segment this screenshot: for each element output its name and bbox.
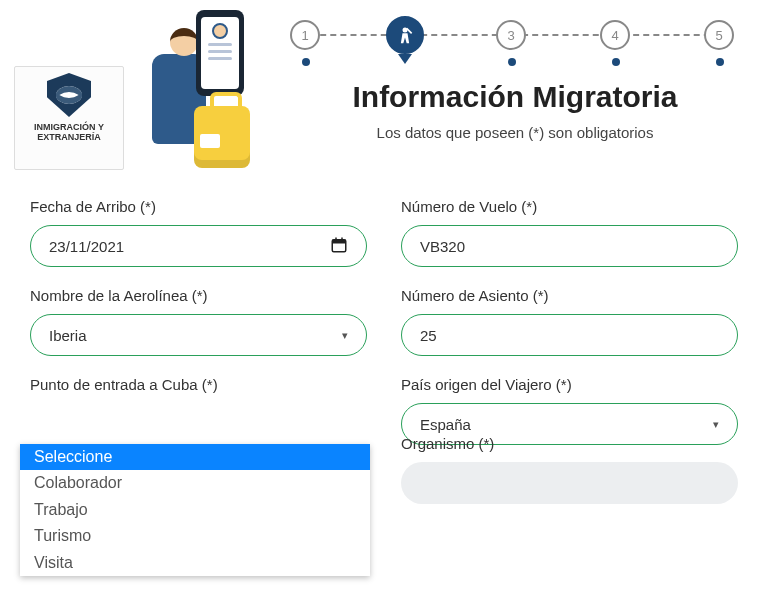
step-2-active[interactable] (386, 16, 424, 54)
badge-line1: INMIGRACIÓN Y (34, 122, 104, 132)
step-1[interactable]: 1 (290, 20, 320, 50)
entry-point-dropdown-open[interactable]: Seleccione Colaborador Trabajo Turismo V… (20, 444, 370, 576)
flight-number-value: VB320 (420, 238, 465, 255)
organism-input-disabled (401, 462, 738, 504)
page-title: Información Migratoria (290, 80, 740, 114)
shield-icon (47, 73, 91, 117)
agency-badge-text: INMIGRACIÓN Y EXTRANJERÍA (34, 123, 104, 143)
seat-number-value: 25 (420, 327, 437, 344)
flight-number-label: Número de Vuelo (*) (401, 198, 738, 215)
dropdown-option-trabajo[interactable]: Trabajo (20, 497, 370, 523)
arrival-date-input[interactable]: 23/11/2021 (30, 225, 367, 267)
step-indicator: 1 3 4 5 (290, 16, 740, 66)
step-3[interactable]: 3 (496, 20, 526, 50)
origin-country-label: País origen del Viajero (*) (401, 376, 738, 393)
step-4[interactable]: 4 (600, 20, 630, 50)
airline-value: Iberia (49, 327, 87, 344)
organism-label: Organismo (*) (401, 435, 738, 452)
airline-label: Nombre de la Aerolínea (*) (30, 287, 367, 304)
traveler-icon (395, 25, 415, 45)
calendar-icon[interactable] (330, 236, 348, 257)
arrival-date-value: 23/11/2021 (49, 238, 124, 255)
page-subtitle: Los datos que poseen (*) son obligatorio… (290, 124, 740, 141)
dropdown-option-turismo[interactable]: Turismo (20, 523, 370, 549)
arrival-date-label: Fecha de Arribo (*) (30, 198, 367, 215)
chevron-down-icon: ▾ (342, 329, 348, 342)
origin-country-value: España (420, 416, 471, 433)
svg-rect-2 (332, 239, 346, 243)
suitcase-icon (194, 106, 250, 168)
phone-icon (196, 10, 244, 96)
airline-select[interactable]: Iberia ▾ (30, 314, 367, 356)
header-area: INMIGRACIÓN Y EXTRANJERÍA 1 (0, 0, 768, 180)
dropdown-option-seleccione[interactable]: Seleccione (20, 444, 370, 470)
entry-point-label: Punto de entrada a Cuba (*) (30, 376, 367, 393)
chevron-down-icon: ▾ (713, 418, 719, 431)
badge-line2: EXTRANJERÍA (37, 132, 101, 142)
step-5[interactable]: 5 (704, 20, 734, 50)
illustration: INMIGRACIÓN Y EXTRANJERÍA (14, 0, 254, 170)
flight-number-input[interactable]: VB320 (401, 225, 738, 267)
seat-number-input[interactable]: 25 (401, 314, 738, 356)
dropdown-option-colaborador[interactable]: Colaborador (20, 470, 370, 496)
dropdown-option-visita[interactable]: Visita (20, 550, 370, 576)
seat-number-label: Número de Asiento (*) (401, 287, 738, 304)
agency-badge: INMIGRACIÓN Y EXTRANJERÍA (14, 66, 124, 170)
title-block: Información Migratoria Los datos que pos… (290, 80, 740, 141)
